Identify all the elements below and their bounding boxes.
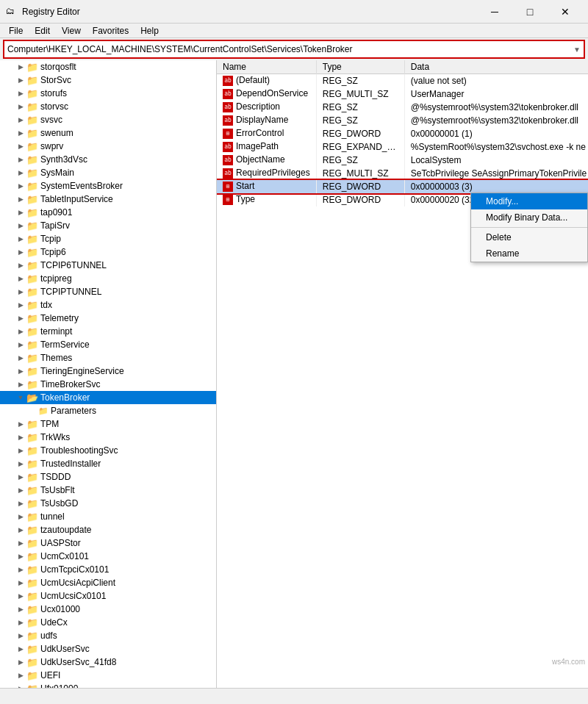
tree-item[interactable]: ▶📁UcmTcpciCx0101 bbox=[0, 563, 216, 576]
tree-item[interactable]: ▶📁storvsc bbox=[0, 100, 216, 113]
tree-item[interactable]: ▶📁TCPIPTUNNEL bbox=[0, 285, 216, 298]
tree-item[interactable]: ▶📁Synth3dVsc bbox=[0, 153, 216, 166]
reg-value-data: 0x00000001 (1) bbox=[404, 127, 588, 140]
context-menu-item-1[interactable]: Modify Binary Data... bbox=[471, 209, 587, 226]
tree-item[interactable]: ▶📁TermService bbox=[0, 338, 216, 351]
tree-item[interactable]: ▶📁tap0901 bbox=[0, 206, 216, 219]
reg-value-data: UserManager bbox=[404, 87, 588, 101]
table-row[interactable]: ab(Default)REG_SZ(value not set) bbox=[217, 74, 588, 87]
context-menu-item-3[interactable]: Rename bbox=[471, 245, 587, 262]
maximize-button[interactable]: □ bbox=[513, 0, 547, 24]
tree-item[interactable]: ▶📁UASPStor bbox=[0, 536, 216, 550]
tree-item[interactable]: ▶📁TroubleshootingSvc bbox=[0, 444, 216, 457]
tree-item-label: Themes bbox=[40, 353, 72, 363]
tree-item[interactable]: ▶📁UdkUserSvc bbox=[0, 642, 216, 655]
table-row[interactable]: abDisplayNameREG_SZ@%systemroot%\system3… bbox=[217, 114, 588, 127]
tree-item[interactable]: ▶📁UdkUserSvc_41fd8 bbox=[0, 655, 216, 669]
tree-item[interactable]: ▶📁UcmUcsiCx0101 bbox=[0, 589, 216, 603]
tree-item[interactable]: ▶📁UEFI bbox=[0, 669, 216, 682]
tree-item[interactable]: ▶📁StorSvc bbox=[0, 73, 216, 87]
reg-value-name: Start bbox=[236, 181, 254, 191]
folder-icon: 📁 bbox=[26, 313, 38, 324]
col-header-data[interactable]: Data bbox=[404, 60, 588, 74]
tree-item[interactable]: ▶📁swprv bbox=[0, 140, 216, 153]
table-row[interactable]: abDescriptionREG_SZ@%systemroot%\system3… bbox=[217, 101, 588, 114]
tree-item[interactable]: ▶📁UcmCx0101 bbox=[0, 550, 216, 563]
menu-item-favorites[interactable]: Favorites bbox=[87, 24, 135, 37]
folder-icon: 📁 bbox=[26, 300, 38, 311]
tree-expand-icon: ▼ bbox=[15, 391, 26, 404]
folder-icon: 📁 bbox=[26, 181, 38, 192]
tree-item[interactable]: ▶📁Themes bbox=[0, 351, 216, 364]
tree-item[interactable]: ▶📁Tcpip6 bbox=[0, 245, 216, 259]
tree-item-label: Telemetry bbox=[40, 313, 79, 323]
tree-item[interactable]: ▶📁tzautoupdate bbox=[0, 523, 216, 536]
tree-item[interactable]: ▶📁TCPIP6TUNNEL bbox=[0, 259, 216, 272]
table-row[interactable]: abObjectNameREG_SZLocalSystem bbox=[217, 154, 588, 167]
context-menu-item-0[interactable]: Modify... bbox=[471, 193, 587, 209]
tree-expand-icon: ▶ bbox=[15, 444, 26, 457]
tree-item[interactable]: ▶📁SystemEventsBroker bbox=[0, 179, 216, 193]
tree-item[interactable]: ▶📁TabletInputService bbox=[0, 193, 216, 206]
tree-item[interactable]: ▶📁TimeBrokerSvc bbox=[0, 378, 216, 391]
tree-item[interactable]: ▶📁svsvc bbox=[0, 113, 216, 126]
tree-item[interactable]: ▶📁Telemetry bbox=[0, 312, 216, 325]
folder-icon: 📁 bbox=[26, 101, 38, 112]
tree-item[interactable]: ▶📁tunnel bbox=[0, 510, 216, 523]
tree-item-label: UEFI bbox=[40, 670, 60, 680]
tree-item[interactable]: ▶📁terminpt bbox=[0, 325, 216, 338]
tree-item[interactable]: ▶📁udfs bbox=[0, 629, 216, 642]
tree-item[interactable]: 📁Parameters bbox=[0, 404, 216, 417]
tree-item[interactable]: ▶📁TrkWks bbox=[0, 431, 216, 444]
close-button[interactable]: ✕ bbox=[548, 0, 582, 24]
tree-panel[interactable]: ▶📁storqosflt▶📁StorSvc▶📁storufs▶📁storvsc▶… bbox=[0, 60, 217, 688]
context-menu-item-2[interactable]: Delete bbox=[471, 229, 587, 245]
table-row[interactable]: abDependOnServiceREG_MULTI_SZUserManager bbox=[217, 87, 588, 101]
tree-item-label: Tcpip bbox=[40, 234, 61, 244]
tree-expand-icon: ▶ bbox=[15, 470, 26, 484]
folder-icon: 📁 bbox=[26, 75, 38, 86]
tree-item[interactable]: ▶📁Ufx01000 bbox=[0, 682, 216, 688]
table-row[interactable]: abImagePathREG_EXPAND_SZ%SystemRoot%\sys… bbox=[217, 140, 588, 154]
tree-item[interactable]: ▶📁storufs bbox=[0, 87, 216, 100]
tree-item-label: TsUsbFlt bbox=[40, 485, 75, 495]
tree-item[interactable]: ▶📁TsUsbFlt bbox=[0, 484, 216, 497]
tree-item[interactable]: ▶📁TrustedInstaller bbox=[0, 457, 216, 470]
tree-expand-icon: ▶ bbox=[15, 484, 26, 497]
reg-value-icon: ⊞ bbox=[223, 195, 233, 205]
minimize-button[interactable]: ─ bbox=[478, 0, 512, 24]
tree-item[interactable]: ▶📁Ucx01000 bbox=[0, 603, 216, 616]
tree-item[interactable]: ▶📁TapiSrv bbox=[0, 219, 216, 232]
tree-expand-icon: ▶ bbox=[15, 603, 26, 616]
tree-item-label: TCPIP6TUNNEL bbox=[40, 260, 107, 270]
tree-item[interactable]: ▶📁UdeCx bbox=[0, 616, 216, 629]
tree-item[interactable]: ▶📁TPM bbox=[0, 417, 216, 431]
tree-item[interactable]: ▶📁storqosflt bbox=[0, 60, 216, 73]
tree-item-label: TabletInputService bbox=[40, 194, 113, 204]
tree-item[interactable]: ▶📁tdx bbox=[0, 298, 216, 312]
col-header-type[interactable]: Type bbox=[316, 60, 404, 74]
tree-item-label: UdkUserSvc bbox=[40, 644, 90, 654]
menu-item-edit[interactable]: Edit bbox=[29, 24, 56, 37]
col-header-name[interactable]: Name bbox=[217, 60, 316, 74]
table-row[interactable]: abRequiredPrivilegesREG_MULTI_SZSeTcbPri… bbox=[217, 167, 588, 180]
tree-item[interactable]: ▶📁Tcpip bbox=[0, 232, 216, 245]
tree-item[interactable]: ▶📁TSDDD bbox=[0, 470, 216, 484]
tree-item[interactable]: ▶📁SysMain bbox=[0, 166, 216, 179]
table-row[interactable]: ⊞ErrorControlREG_DWORD0x00000001 (1) bbox=[217, 127, 588, 140]
menu-item-help[interactable]: Help bbox=[135, 24, 165, 37]
tree-item[interactable]: ▶📁tcpipreg bbox=[0, 272, 216, 285]
tree-item[interactable]: ▶📁TieringEngineService bbox=[0, 364, 216, 378]
tree-expand-icon: ▶ bbox=[15, 73, 26, 87]
menu-item-file[interactable]: File bbox=[3, 24, 29, 37]
table-row[interactable]: ⊞StartREG_DWORD0x00000003 (3) bbox=[217, 180, 588, 193]
folder-icon: 📁 bbox=[26, 511, 38, 522]
tree-item[interactable]: ▶📁TsUsbGD bbox=[0, 497, 216, 510]
folder-icon: 📁 bbox=[26, 631, 38, 642]
tree-expand-icon: ▶ bbox=[15, 417, 26, 431]
tree-item[interactable]: ▶📁swenum bbox=[0, 126, 216, 140]
tree-item[interactable]: ▼📂TokenBroker bbox=[0, 391, 216, 404]
tree-item[interactable]: ▶📁UcmUcsiAcpiClient bbox=[0, 576, 216, 589]
menu-item-view[interactable]: View bbox=[56, 24, 87, 37]
tree-item-label: swenum bbox=[40, 128, 74, 138]
